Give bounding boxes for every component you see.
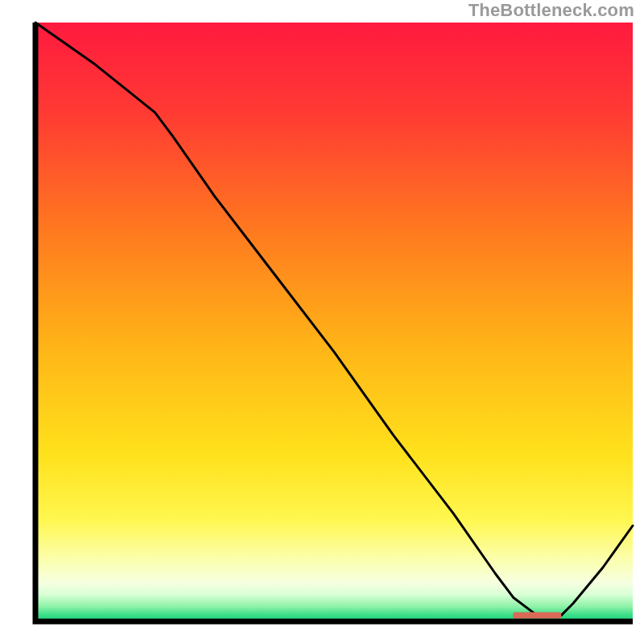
chart-container: TheBottleneck.com: [0, 0, 644, 644]
data-marker: [513, 613, 561, 619]
watermark-text: TheBottleneck.com: [469, 0, 634, 21]
chart-svg: [0, 0, 644, 644]
plot-background: [35, 23, 633, 621]
